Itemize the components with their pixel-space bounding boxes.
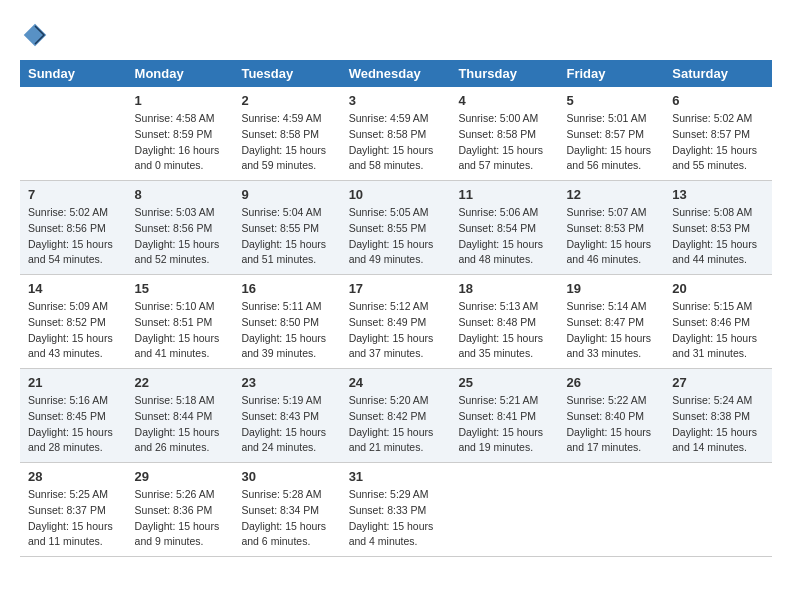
logo <box>20 20 50 50</box>
day-info: Sunrise: 5:13 AMSunset: 8:48 PMDaylight:… <box>458 299 550 362</box>
day-info: Sunrise: 5:21 AMSunset: 8:41 PMDaylight:… <box>458 393 550 456</box>
calendar-cell: 9Sunrise: 5:04 AMSunset: 8:55 PMDaylight… <box>233 181 340 275</box>
calendar-cell: 15Sunrise: 5:10 AMSunset: 8:51 PMDayligh… <box>127 275 234 369</box>
day-number: 9 <box>241 187 332 202</box>
calendar-table: SundayMondayTuesdayWednesdayThursdayFrid… <box>20 60 772 557</box>
day-number: 13 <box>672 187 764 202</box>
day-info: Sunrise: 5:14 AMSunset: 8:47 PMDaylight:… <box>566 299 656 362</box>
day-number: 3 <box>349 93 443 108</box>
day-number: 4 <box>458 93 550 108</box>
week-row-1: 1Sunrise: 4:58 AMSunset: 8:59 PMDaylight… <box>20 87 772 181</box>
calendar-cell: 7Sunrise: 5:02 AMSunset: 8:56 PMDaylight… <box>20 181 127 275</box>
day-info: Sunrise: 5:18 AMSunset: 8:44 PMDaylight:… <box>135 393 226 456</box>
day-info: Sunrise: 5:12 AMSunset: 8:49 PMDaylight:… <box>349 299 443 362</box>
day-info: Sunrise: 5:08 AMSunset: 8:53 PMDaylight:… <box>672 205 764 268</box>
calendar-cell: 24Sunrise: 5:20 AMSunset: 8:42 PMDayligh… <box>341 369 451 463</box>
calendar-cell: 5Sunrise: 5:01 AMSunset: 8:57 PMDaylight… <box>558 87 664 181</box>
column-header-saturday: Saturday <box>664 60 772 87</box>
day-info: Sunrise: 5:03 AMSunset: 8:56 PMDaylight:… <box>135 205 226 268</box>
day-number: 23 <box>241 375 332 390</box>
logo-icon <box>20 20 50 50</box>
calendar-cell: 14Sunrise: 5:09 AMSunset: 8:52 PMDayligh… <box>20 275 127 369</box>
day-info: Sunrise: 4:59 AMSunset: 8:58 PMDaylight:… <box>349 111 443 174</box>
day-info: Sunrise: 5:00 AMSunset: 8:58 PMDaylight:… <box>458 111 550 174</box>
calendar-cell <box>558 463 664 557</box>
day-info: Sunrise: 5:06 AMSunset: 8:54 PMDaylight:… <box>458 205 550 268</box>
calendar-cell: 18Sunrise: 5:13 AMSunset: 8:48 PMDayligh… <box>450 275 558 369</box>
day-info: Sunrise: 5:16 AMSunset: 8:45 PMDaylight:… <box>28 393 119 456</box>
day-info: Sunrise: 5:25 AMSunset: 8:37 PMDaylight:… <box>28 487 119 550</box>
calendar-header-row: SundayMondayTuesdayWednesdayThursdayFrid… <box>20 60 772 87</box>
day-number: 14 <box>28 281 119 296</box>
day-info: Sunrise: 5:11 AMSunset: 8:50 PMDaylight:… <box>241 299 332 362</box>
column-header-thursday: Thursday <box>450 60 558 87</box>
day-info: Sunrise: 5:02 AMSunset: 8:57 PMDaylight:… <box>672 111 764 174</box>
day-info: Sunrise: 5:01 AMSunset: 8:57 PMDaylight:… <box>566 111 656 174</box>
calendar-cell: 20Sunrise: 5:15 AMSunset: 8:46 PMDayligh… <box>664 275 772 369</box>
day-number: 5 <box>566 93 656 108</box>
calendar-cell: 11Sunrise: 5:06 AMSunset: 8:54 PMDayligh… <box>450 181 558 275</box>
calendar-cell: 3Sunrise: 4:59 AMSunset: 8:58 PMDaylight… <box>341 87 451 181</box>
day-info: Sunrise: 5:26 AMSunset: 8:36 PMDaylight:… <box>135 487 226 550</box>
day-number: 21 <box>28 375 119 390</box>
day-number: 2 <box>241 93 332 108</box>
day-number: 31 <box>349 469 443 484</box>
day-info: Sunrise: 5:22 AMSunset: 8:40 PMDaylight:… <box>566 393 656 456</box>
day-number: 16 <box>241 281 332 296</box>
calendar-cell: 2Sunrise: 4:59 AMSunset: 8:58 PMDaylight… <box>233 87 340 181</box>
day-number: 30 <box>241 469 332 484</box>
page-header <box>20 20 772 50</box>
day-number: 7 <box>28 187 119 202</box>
day-info: Sunrise: 5:19 AMSunset: 8:43 PMDaylight:… <box>241 393 332 456</box>
day-number: 15 <box>135 281 226 296</box>
day-number: 28 <box>28 469 119 484</box>
column-header-sunday: Sunday <box>20 60 127 87</box>
day-number: 6 <box>672 93 764 108</box>
calendar-cell: 12Sunrise: 5:07 AMSunset: 8:53 PMDayligh… <box>558 181 664 275</box>
day-info: Sunrise: 5:04 AMSunset: 8:55 PMDaylight:… <box>241 205 332 268</box>
calendar-cell: 25Sunrise: 5:21 AMSunset: 8:41 PMDayligh… <box>450 369 558 463</box>
day-number: 8 <box>135 187 226 202</box>
day-info: Sunrise: 5:20 AMSunset: 8:42 PMDaylight:… <box>349 393 443 456</box>
day-number: 29 <box>135 469 226 484</box>
calendar-cell <box>20 87 127 181</box>
day-number: 18 <box>458 281 550 296</box>
day-info: Sunrise: 5:09 AMSunset: 8:52 PMDaylight:… <box>28 299 119 362</box>
calendar-cell: 22Sunrise: 5:18 AMSunset: 8:44 PMDayligh… <box>127 369 234 463</box>
calendar-cell: 30Sunrise: 5:28 AMSunset: 8:34 PMDayligh… <box>233 463 340 557</box>
day-info: Sunrise: 5:28 AMSunset: 8:34 PMDaylight:… <box>241 487 332 550</box>
week-row-4: 21Sunrise: 5:16 AMSunset: 8:45 PMDayligh… <box>20 369 772 463</box>
column-header-wednesday: Wednesday <box>341 60 451 87</box>
day-info: Sunrise: 5:02 AMSunset: 8:56 PMDaylight:… <box>28 205 119 268</box>
calendar-cell <box>450 463 558 557</box>
calendar-cell: 31Sunrise: 5:29 AMSunset: 8:33 PMDayligh… <box>341 463 451 557</box>
calendar-cell: 29Sunrise: 5:26 AMSunset: 8:36 PMDayligh… <box>127 463 234 557</box>
day-number: 26 <box>566 375 656 390</box>
day-number: 1 <box>135 93 226 108</box>
day-number: 20 <box>672 281 764 296</box>
calendar-cell: 1Sunrise: 4:58 AMSunset: 8:59 PMDaylight… <box>127 87 234 181</box>
day-info: Sunrise: 5:07 AMSunset: 8:53 PMDaylight:… <box>566 205 656 268</box>
day-info: Sunrise: 5:24 AMSunset: 8:38 PMDaylight:… <box>672 393 764 456</box>
day-number: 22 <box>135 375 226 390</box>
calendar-cell: 8Sunrise: 5:03 AMSunset: 8:56 PMDaylight… <box>127 181 234 275</box>
calendar-cell: 4Sunrise: 5:00 AMSunset: 8:58 PMDaylight… <box>450 87 558 181</box>
calendar-cell: 6Sunrise: 5:02 AMSunset: 8:57 PMDaylight… <box>664 87 772 181</box>
day-number: 19 <box>566 281 656 296</box>
day-number: 25 <box>458 375 550 390</box>
calendar-cell: 27Sunrise: 5:24 AMSunset: 8:38 PMDayligh… <box>664 369 772 463</box>
day-info: Sunrise: 4:59 AMSunset: 8:58 PMDaylight:… <box>241 111 332 174</box>
day-number: 10 <box>349 187 443 202</box>
calendar-cell: 23Sunrise: 5:19 AMSunset: 8:43 PMDayligh… <box>233 369 340 463</box>
day-info: Sunrise: 4:58 AMSunset: 8:59 PMDaylight:… <box>135 111 226 174</box>
calendar-cell: 19Sunrise: 5:14 AMSunset: 8:47 PMDayligh… <box>558 275 664 369</box>
day-number: 11 <box>458 187 550 202</box>
calendar-cell: 21Sunrise: 5:16 AMSunset: 8:45 PMDayligh… <box>20 369 127 463</box>
calendar-cell: 16Sunrise: 5:11 AMSunset: 8:50 PMDayligh… <box>233 275 340 369</box>
column-header-monday: Monday <box>127 60 234 87</box>
day-number: 17 <box>349 281 443 296</box>
calendar-cell: 28Sunrise: 5:25 AMSunset: 8:37 PMDayligh… <box>20 463 127 557</box>
calendar-cell: 17Sunrise: 5:12 AMSunset: 8:49 PMDayligh… <box>341 275 451 369</box>
week-row-2: 7Sunrise: 5:02 AMSunset: 8:56 PMDaylight… <box>20 181 772 275</box>
day-info: Sunrise: 5:05 AMSunset: 8:55 PMDaylight:… <box>349 205 443 268</box>
